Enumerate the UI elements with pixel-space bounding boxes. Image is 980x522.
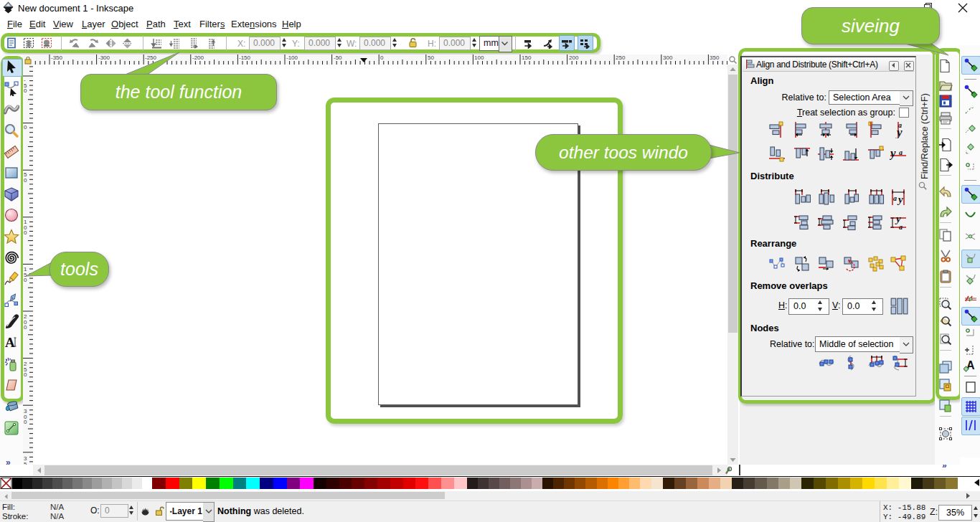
svg-text:y: y xyxy=(895,125,903,138)
svg-text:y: y xyxy=(897,194,903,205)
svg-text:y: y xyxy=(890,146,896,160)
svg-text:a: a xyxy=(893,194,897,202)
svg-text:A: A xyxy=(5,335,15,350)
svg-text:a: a xyxy=(899,223,903,231)
svg-text:a: a xyxy=(899,148,903,156)
